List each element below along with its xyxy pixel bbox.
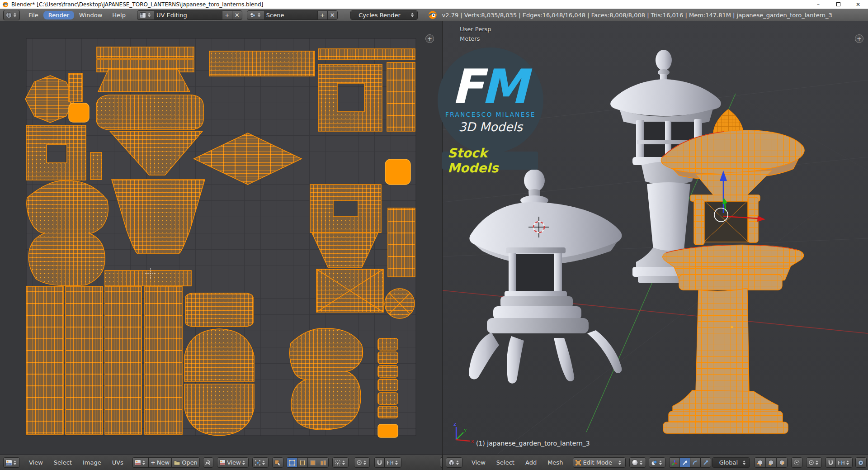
snap-element-dropdown[interactable] [384, 457, 401, 468]
uv-island-column[interactable] [388, 208, 415, 277]
uv-select-mode-face[interactable] [307, 457, 318, 468]
uv-island-strip[interactable] [97, 47, 194, 58]
minimize-button[interactable]: – [808, 0, 828, 9]
image-open-button[interactable]: Open [171, 457, 200, 468]
stock-models-badge: Stock Models [442, 152, 538, 170]
uv-island-solid[interactable] [378, 424, 398, 437]
uv-sync-selection-toggle[interactable] [272, 457, 283, 468]
uv-island-hemisphere[interactable] [184, 384, 254, 436]
uv-island-kasa-top[interactable] [316, 269, 383, 312]
v3d-menu-mesh[interactable]: Mesh [542, 459, 568, 466]
viewport-shading-dropdown[interactable] [629, 457, 646, 468]
uv-select-mode-edge[interactable] [297, 457, 307, 468]
uv-island-column[interactable] [145, 286, 182, 434]
mesh-select-mode-face[interactable] [776, 457, 788, 468]
lantern-model-selected-orange[interactable] [661, 110, 804, 434]
v3d-menu-select[interactable]: Select [491, 459, 520, 466]
maximize-button[interactable] [828, 0, 848, 9]
uv-island-tile[interactable] [378, 366, 398, 377]
display-channels-dropdown[interactable]: View [217, 457, 249, 468]
pin-button[interactable] [203, 457, 213, 468]
lantern-model-gray-squat[interactable] [469, 169, 622, 384]
snap-toggle-3d[interactable] [826, 457, 835, 468]
pivot-point-dropdown[interactable] [252, 457, 269, 468]
manipulator-toggle[interactable] [669, 457, 679, 468]
uv-island-tile[interactable] [378, 352, 398, 364]
uv-menu-view[interactable]: View [24, 459, 48, 466]
uv-island-tile[interactable] [378, 379, 398, 391]
uv-island-solid[interactable] [385, 159, 410, 185]
uv-island-column[interactable] [105, 286, 142, 434]
uv-island-strip[interactable] [105, 271, 191, 286]
delete-layout-button[interactable]: ✕ [232, 11, 242, 19]
snap-element-dropdown-3d[interactable] [835, 457, 853, 468]
uv-image-editor[interactable]: + [0, 21, 443, 455]
image-datablock-selector[interactable] [132, 457, 148, 468]
uv-island-solid[interactable] [69, 103, 89, 122]
menu-help[interactable]: Help [107, 11, 131, 19]
uv-island-tile[interactable] [378, 338, 398, 350]
close-button[interactable]: ✕ [848, 0, 868, 9]
editor-type-button-3dview[interactable] [446, 457, 462, 468]
pivot-center-dropdown[interactable] [649, 457, 665, 468]
uv-menu-select[interactable]: Select [48, 459, 77, 466]
region-toggle-plus[interactable]: + [855, 34, 863, 43]
edge-cube-icon [768, 459, 774, 466]
uv-island-round[interactable] [385, 289, 415, 318]
uv-island-hemisphere[interactable] [184, 329, 254, 381]
mode-dropdown[interactable]: Edit Mode [573, 457, 626, 468]
uv-island-tile[interactable] [378, 406, 398, 418]
v3d-menu-add[interactable]: Add [520, 459, 542, 466]
editor-type-button-image[interactable] [3, 457, 20, 468]
uv-island-tile[interactable] [378, 393, 398, 404]
add-layout-button[interactable]: + [222, 11, 232, 19]
editor-type-button-info[interactable] [3, 10, 20, 20]
sticky-selection-dropdown[interactable] [332, 457, 349, 468]
engine-value: Cycles Render [351, 11, 409, 19]
add-scene-button[interactable]: + [317, 11, 327, 19]
manipulator-translate-button[interactable] [679, 457, 690, 468]
uv-select-mode-island[interactable] [318, 457, 329, 468]
menu-window[interactable]: Window [74, 11, 107, 19]
v3d-menu-view[interactable]: View [466, 459, 491, 466]
uv-island-column[interactable] [26, 286, 63, 434]
uv-select-mode-vertex[interactable] [287, 457, 297, 468]
render-engine-dropdown[interactable]: Cycles Render [350, 10, 418, 20]
opengl-render-button[interactable] [855, 457, 867, 468]
uv-island[interactable] [90, 152, 102, 180]
image-editor-icon [5, 460, 12, 466]
axis-z-label: z [453, 421, 456, 427]
proportional-editing-dropdown[interactable] [354, 457, 370, 468]
uv-island-grid[interactable] [209, 51, 315, 76]
uv-editor-header: View Select Image UVs +New Ope [0, 455, 443, 470]
image-new-button[interactable]: +New [148, 457, 171, 468]
uv-island-column[interactable] [387, 62, 415, 131]
uv-island-strip[interactable] [318, 49, 415, 60]
mesh-select-mode-vertex[interactable] [755, 457, 765, 468]
mesh-select-mode-edge[interactable] [765, 457, 776, 468]
menu-render[interactable]: Render [43, 11, 74, 19]
transform-orientation-dropdown[interactable]: Global [712, 457, 750, 468]
snap-toggle[interactable] [374, 457, 384, 468]
uv-island-roof-fan[interactable] [98, 69, 190, 92]
layout-icon-button[interactable] [137, 11, 154, 19]
proportional-editing-dropdown-3d[interactable] [806, 457, 822, 468]
scene-icon-button[interactable] [247, 11, 264, 19]
limit-selection-visible-toggle[interactable] [791, 457, 802, 468]
layout-name-field[interactable]: UV Editing [154, 11, 222, 19]
scene-name-field[interactable]: Scene [264, 11, 317, 19]
uv-island-barrel[interactable] [96, 95, 203, 130]
manipulator-rotate-button[interactable] [690, 457, 700, 468]
region-toggle-plus[interactable]: + [425, 34, 434, 43]
vertex-mode-icon [289, 460, 295, 466]
uv-menu-uvs[interactable]: UVs [107, 459, 129, 466]
uv-canvas[interactable] [0, 21, 443, 455]
manipulator-scale-button[interactable] [700, 457, 711, 468]
uv-island-barrel[interactable] [185, 293, 253, 327]
uv-island-column[interactable] [66, 286, 103, 434]
menu-file[interactable]: File [24, 11, 43, 19]
stepper [395, 461, 399, 465]
uv-menu-image[interactable]: Image [77, 459, 107, 466]
delete-scene-button[interactable]: ✕ [327, 11, 337, 19]
uv-island[interactable] [69, 73, 82, 102]
